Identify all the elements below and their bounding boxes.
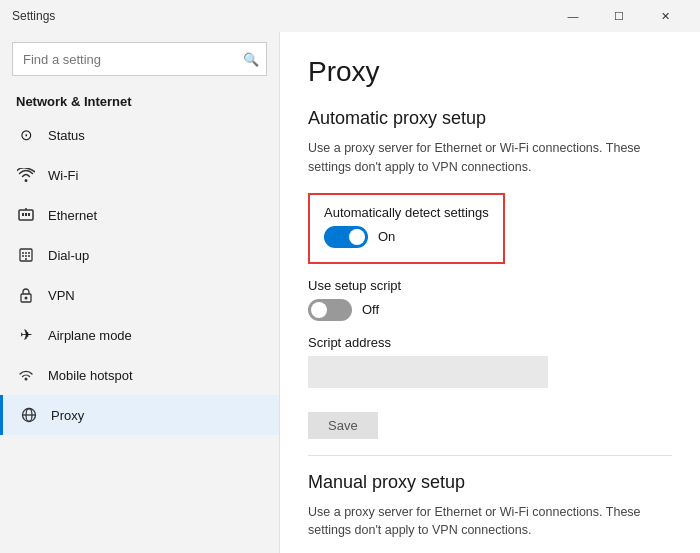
svg-rect-3	[28, 213, 30, 216]
dialup-icon	[16, 245, 36, 265]
setup-script-state: Off	[362, 302, 379, 317]
titlebar-title: Settings	[12, 9, 55, 23]
sidebar-item-status[interactable]: ⊙ Status	[0, 115, 279, 155]
sidebar-item-label-ethernet: Ethernet	[48, 208, 97, 223]
ethernet-icon	[16, 205, 36, 225]
vpn-icon	[16, 285, 36, 305]
script-address-label: Script address	[308, 335, 672, 350]
setup-script-label: Use setup script	[308, 278, 672, 293]
script-address-section: Script address	[308, 335, 672, 388]
script-address-input[interactable]	[308, 356, 548, 388]
sidebar-item-airplane[interactable]: ✈ Airplane mode	[0, 315, 279, 355]
section-divider	[308, 455, 672, 456]
sidebar-item-ethernet[interactable]: Ethernet	[0, 195, 279, 235]
manual-section-title: Manual proxy setup	[308, 472, 672, 493]
sidebar-item-proxy[interactable]: Proxy	[0, 395, 279, 435]
search-container: 🔍	[12, 42, 267, 76]
auto-detect-highlight-box: Automatically detect settings On	[308, 193, 505, 264]
app-container: 🔍 Network & Internet ⊙ Status Wi-Fi	[0, 32, 700, 553]
sidebar-item-label-dialup: Dial-up	[48, 248, 89, 263]
auto-detect-state: On	[378, 229, 395, 244]
sidebar-item-label-hotspot: Mobile hotspot	[48, 368, 133, 383]
search-icon: 🔍	[243, 52, 259, 67]
sidebar-item-label-wifi: Wi-Fi	[48, 168, 78, 183]
setup-script-toggle[interactable]	[308, 299, 352, 321]
minimize-button[interactable]: —	[550, 0, 596, 32]
svg-point-12	[25, 258, 27, 260]
search-input[interactable]	[12, 42, 267, 76]
auto-section-description: Use a proxy server for Ethernet or Wi-Fi…	[308, 139, 672, 177]
titlebar: Settings — ☐ ✕	[0, 0, 700, 32]
svg-rect-1	[22, 213, 24, 216]
titlebar-controls: — ☐ ✕	[550, 0, 688, 32]
toggle-knob	[349, 229, 365, 245]
sidebar: 🔍 Network & Internet ⊙ Status Wi-Fi	[0, 32, 280, 553]
page-title: Proxy	[308, 56, 672, 88]
auto-detect-row: Automatically detect settings On	[324, 205, 489, 248]
svg-point-9	[22, 255, 24, 257]
sidebar-item-label-proxy: Proxy	[51, 408, 84, 423]
svg-point-8	[28, 252, 30, 254]
svg-point-10	[25, 255, 27, 257]
sidebar-item-vpn[interactable]: VPN	[0, 275, 279, 315]
maximize-button[interactable]: ☐	[596, 0, 642, 32]
sidebar-item-label-vpn: VPN	[48, 288, 75, 303]
airplane-icon: ✈	[16, 325, 36, 345]
svg-point-6	[22, 252, 24, 254]
save-button[interactable]: Save	[308, 412, 378, 439]
sidebar-item-wifi[interactable]: Wi-Fi	[0, 155, 279, 195]
wifi-icon	[16, 165, 36, 185]
close-button[interactable]: ✕	[642, 0, 688, 32]
svg-rect-2	[25, 213, 27, 216]
sidebar-category: Network & Internet	[0, 88, 279, 115]
svg-point-7	[25, 252, 27, 254]
svg-point-15	[25, 378, 28, 381]
status-icon: ⊙	[16, 125, 36, 145]
main-content: Proxy Automatic proxy setup Use a proxy …	[280, 32, 700, 553]
svg-point-11	[28, 255, 30, 257]
auto-detect-label: Automatically detect settings	[324, 205, 489, 220]
svg-point-14	[25, 297, 28, 300]
sidebar-item-label-airplane: Airplane mode	[48, 328, 132, 343]
setup-script-knob	[311, 302, 327, 318]
setup-script-toggle-row: Off	[308, 299, 672, 321]
sidebar-item-label-status: Status	[48, 128, 85, 143]
setup-script-section: Use setup script Off	[308, 278, 672, 321]
manual-section-description: Use a proxy server for Ethernet or Wi-Fi…	[308, 503, 672, 541]
auto-detect-toggle[interactable]	[324, 226, 368, 248]
auto-section-title: Automatic proxy setup	[308, 108, 672, 129]
auto-detect-toggle-row: On	[324, 226, 489, 248]
sidebar-item-dialup[interactable]: Dial-up	[0, 235, 279, 275]
sidebar-item-hotspot[interactable]: Mobile hotspot	[0, 355, 279, 395]
hotspot-icon	[16, 365, 36, 385]
proxy-icon	[19, 405, 39, 425]
